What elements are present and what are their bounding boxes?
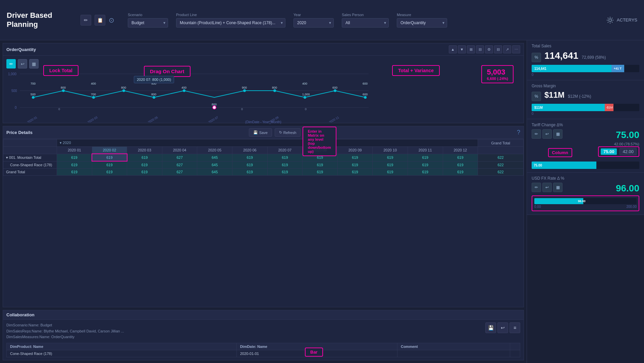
month-header-4: 2020 04: [162, 147, 197, 154]
header: Driver Based Planning ✏ 📋 ⊙ Scenario Bud…: [0, 0, 644, 40]
mountain-total-val-1[interactable]: 619: [57, 154, 92, 161]
total-sales-bar-label: 114,641: [534, 67, 546, 71]
grand-val-9[interactable]: 619: [337, 169, 373, 176]
cone-val-9[interactable]: 619: [337, 161, 373, 169]
tariff-bar-fill-label: 75.00: [534, 164, 542, 167]
price-details-title: Price Details: [6, 130, 33, 135]
chart-title: OrderQuantity: [6, 47, 36, 52]
data-point-2: [62, 89, 65, 92]
usd-pencil-btn[interactable]: ✏: [532, 183, 541, 192]
grand-val-11[interactable]: 619: [408, 169, 443, 176]
grand-val-3[interactable]: 619: [127, 169, 162, 176]
mountain-total-val-10[interactable]: 619: [373, 154, 408, 161]
gross-margin-card: Gross Margin % $11M $12M (-12%) $11M -$1…: [527, 80, 644, 119]
row-header-spacer: [3, 139, 57, 147]
mountain-total-val-4[interactable]: 627: [162, 154, 197, 161]
tariff-undo-btn[interactable]: ↩: [542, 129, 552, 139]
acterys-logo: ACTERYS: [606, 16, 637, 24]
year-select[interactable]: 2020: [293, 18, 334, 28]
cone-val-11[interactable]: 619: [408, 161, 443, 169]
chart-filter-btn[interactable]: ⊟: [494, 45, 502, 53]
gross-margin-row: % $11M $12M (-12%): [532, 90, 639, 101]
chart-more-btn[interactable]: ⋯: [512, 45, 520, 53]
usd-range-max: 200.00: [626, 205, 637, 209]
mountain-total-val-6[interactable]: 619: [232, 154, 267, 161]
cone-val-1[interactable]: 619: [57, 161, 92, 169]
mountain-total-val-3[interactable]: 619: [127, 154, 162, 161]
edit-icon-btn[interactable]: ✏: [80, 15, 91, 26]
chart-collapse-btn[interactable]: ⊟: [476, 45, 484, 53]
cone-val-7[interactable]: 619: [267, 161, 303, 169]
mountain-total-val-7[interactable]: 619: [267, 154, 303, 161]
month-header-11: 2020 11: [408, 147, 443, 154]
tariff-pencil-btn[interactable]: ✏: [532, 129, 541, 139]
cone-val-4[interactable]: 627: [162, 161, 197, 169]
data-point-12: [364, 96, 367, 99]
gross-margin-neg-label: -$1M: [606, 106, 613, 109]
collab-save-btn[interactable]: 💾: [485, 322, 496, 333]
collab-undo-btn[interactable]: ↩: [497, 322, 508, 333]
cone-val-5[interactable]: 645: [197, 161, 232, 169]
grand-val-4[interactable]: 627: [162, 169, 197, 176]
grand-total-val[interactable]: 622: [478, 169, 524, 176]
chart-grid-btn[interactable]: ▦: [29, 59, 39, 69]
cone-val-3[interactable]: 619: [127, 161, 162, 169]
chart-export-btn[interactable]: ↗: [503, 45, 511, 53]
mountain-total-val-5[interactable]: 645: [197, 154, 232, 161]
usd-grid-btn[interactable]: ▦: [553, 183, 562, 192]
cone-val-12[interactable]: 619: [443, 161, 478, 169]
svg-text:1,000: 1,000: [8, 72, 16, 76]
svg-text:2020 11: 2020 11: [328, 116, 339, 123]
collab-info-line-2: DimSalesReps:Name: Blythe Michael, Campb…: [6, 328, 520, 334]
save-button[interactable]: 💾 Save: [249, 128, 272, 137]
chart-settings-btn[interactable]: ⚙: [485, 45, 493, 53]
help-button[interactable]: ?: [517, 129, 520, 136]
chart-undo-btn[interactable]: ↩: [18, 59, 27, 69]
usd-bar-container: 96.00: [534, 198, 637, 204]
collab-scroll-btn[interactable]: ≡: [509, 322, 520, 333]
grand-val-10[interactable]: 619: [373, 169, 408, 176]
mountain-total-grand[interactable]: 622: [478, 154, 524, 161]
save-label: Save: [259, 131, 268, 135]
copy-icon-btn[interactable]: 📋: [95, 15, 105, 26]
gross-margin-pct-btn[interactable]: %: [532, 92, 541, 101]
sales-person-select[interactable]: All: [342, 18, 389, 28]
collab-body: DimScenario:Name: Budget DimSalesReps:Na…: [3, 320, 524, 360]
refresh-button[interactable]: ↻ Refresh: [275, 128, 301, 137]
cone-val-2[interactable]: 619: [92, 161, 127, 169]
usd-undo-btn[interactable]: ↩: [542, 183, 552, 192]
grand-val-12[interactable]: 619: [443, 169, 478, 176]
mountain-total-val-9[interactable]: 619: [337, 154, 373, 161]
total-sales-pct-btn[interactable]: %: [532, 53, 541, 62]
measure-select[interactable]: OrderQuantity: [397, 18, 447, 28]
product-line-filter: Product Line Mountain (ProductLine) + Co…: [176, 13, 285, 28]
mountain-total-val-2[interactable]: 619: [92, 154, 127, 161]
grand-val-5[interactable]: 645: [197, 169, 232, 176]
cone-val-10[interactable]: 619: [373, 161, 408, 169]
chart-down-btn[interactable]: ▼: [458, 45, 466, 53]
chart-pencil-btn[interactable]: ✏: [6, 59, 16, 69]
chart-up-btn[interactable]: ▲: [449, 45, 457, 53]
mountain-total-val-12[interactable]: 619: [443, 154, 478, 161]
svg-text:400: 400: [181, 86, 186, 89]
grand-val-2[interactable]: 619: [92, 169, 127, 176]
mountain-total-val-11[interactable]: 619: [408, 154, 443, 161]
cone-shaped-label: Cone-Shaped Race (178): [3, 161, 57, 169]
scenario-select[interactable]: Budget: [128, 18, 168, 28]
grand-val-7[interactable]: 619: [267, 169, 303, 176]
back-btn[interactable]: ⊙: [109, 16, 114, 24]
tariff-grid-btn[interactable]: ▦: [553, 129, 562, 139]
enter-matrix-text: Enter in Matrix on any level(top down/bo…: [308, 129, 331, 153]
chart-expand-btn[interactable]: ⊞: [467, 45, 475, 53]
product-line-select[interactable]: Mountain (ProductLine) + Cone-Shaped Rac…: [176, 18, 285, 28]
year-label: Year: [293, 13, 334, 17]
data-point-5: [153, 96, 155, 99]
cone-val-8[interactable]: 619: [303, 161, 338, 169]
cone-val-6[interactable]: 619: [232, 161, 267, 169]
grand-val-8[interactable]: 619: [303, 169, 338, 176]
gross-margin-bar: $11M -$1M: [532, 104, 639, 111]
grand-val-6[interactable]: 619: [232, 169, 267, 176]
grand-val-1[interactable]: 619: [57, 169, 92, 176]
chart-svg-container: 1,000 500 0: [6, 71, 520, 123]
cone-grand[interactable]: 622: [478, 161, 524, 169]
